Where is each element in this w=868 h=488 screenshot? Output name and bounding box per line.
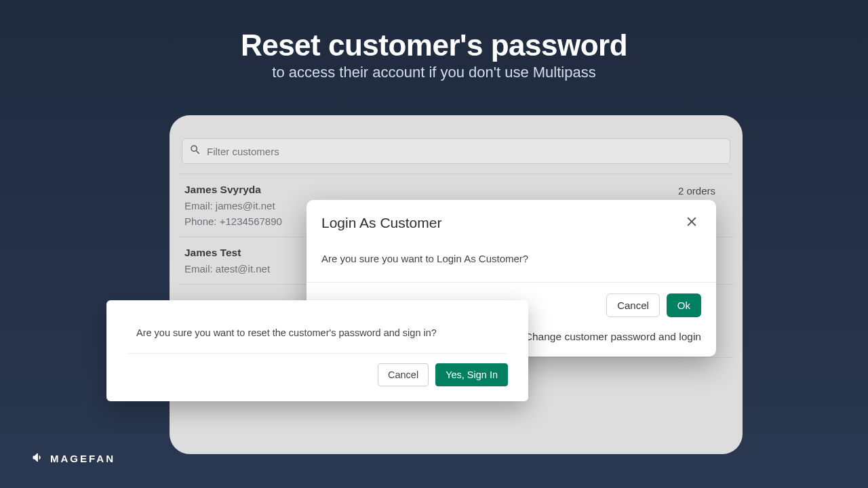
customer-phone: Phone: +1234567890 — [184, 216, 282, 227]
close-button[interactable] — [682, 212, 701, 234]
modal-message: Are you sure you want to Login As Custom… — [307, 243, 716, 282]
customer-name: James Test — [184, 247, 270, 259]
cancel-button[interactable]: Cancel — [606, 293, 660, 317]
page-title: Reset customer's password — [0, 28, 868, 62]
cancel-button[interactable]: Cancel — [378, 363, 429, 386]
search-icon — [189, 144, 201, 159]
close-icon — [685, 219, 698, 230]
yes-sign-in-button[interactable]: Yes, Sign In — [435, 363, 508, 386]
brand-name: MAGEFAN — [50, 453, 115, 464]
customer-email: Email: atest@it.net — [184, 263, 270, 274]
search-input[interactable] — [207, 146, 723, 157]
page-subtitle: to access their account if you don't use… — [0, 64, 868, 81]
search-bar[interactable] — [182, 138, 730, 164]
customer-email: Email: james@it.net — [184, 200, 282, 211]
customer-name: James Svyryda — [184, 184, 282, 196]
divider — [127, 353, 508, 354]
customer-orders — [715, 247, 728, 248]
reset-password-modal: Are you sure you want to reset the custo… — [106, 300, 528, 401]
brand-logo: MAGEFAN — [31, 451, 115, 466]
modal-message: Are you sure you want to reset the custo… — [127, 321, 508, 338]
ok-button[interactable]: Ok — [667, 293, 701, 317]
modal-title: Login As Customer — [321, 215, 441, 231]
megaphone-icon — [31, 451, 50, 466]
customer-orders: 2 orders — [678, 184, 728, 197]
